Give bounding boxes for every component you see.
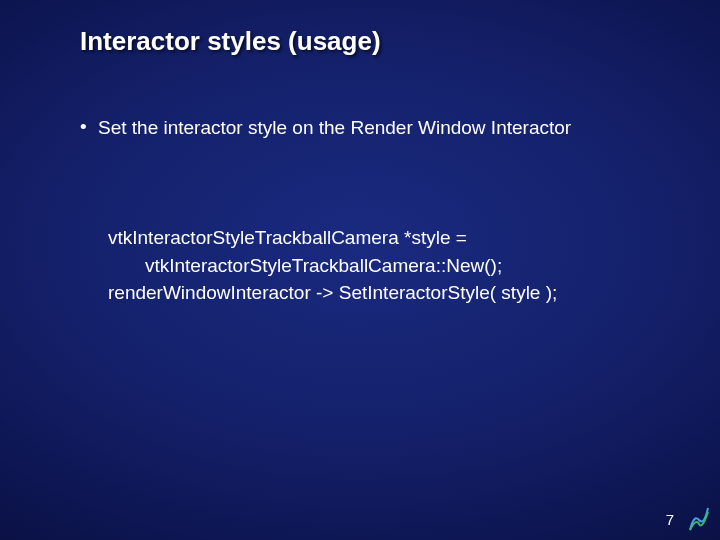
bullet-text: Set the interactor style on the Render W…: [98, 116, 571, 141]
corner-logo-icon: [684, 504, 714, 534]
code-line-1: vtkInteractorStyleTrackballCamera *style…: [108, 227, 467, 248]
page-number: 7: [666, 511, 674, 528]
code-block: vtkInteractorStyleTrackballCamera *style…: [108, 224, 640, 307]
slide-title: Interactor styles (usage): [80, 26, 381, 57]
slide: Interactor styles (usage) • Set the inte…: [0, 0, 720, 540]
code-line-3: renderWindowInteractor -> SetInteractorS…: [108, 282, 557, 303]
bullet-item: • Set the interactor style on the Render…: [80, 116, 640, 141]
bullet-marker: •: [80, 116, 98, 139]
code-line-2: vtkInteractorStyleTrackballCamera::New()…: [108, 255, 502, 276]
